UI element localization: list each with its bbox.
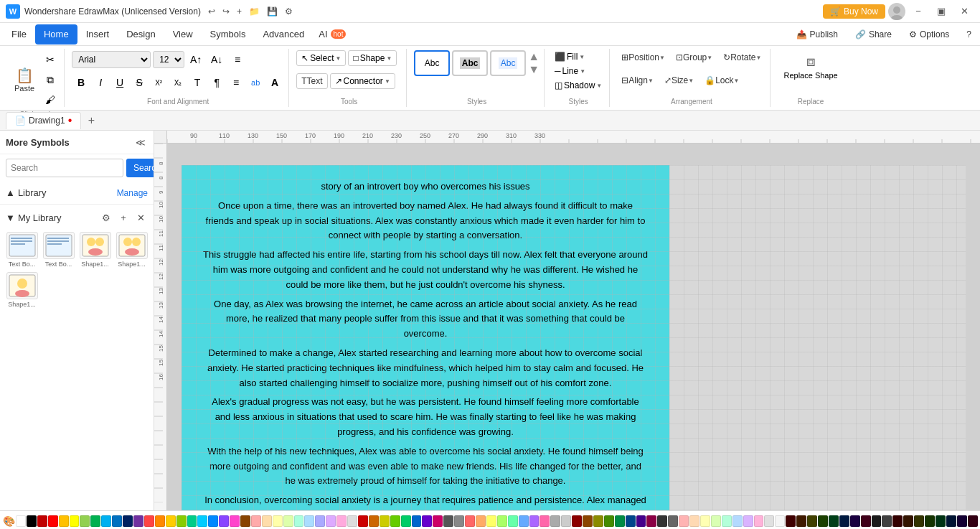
color-swatch[interactable] bbox=[497, 515, 507, 527]
color-swatch[interactable] bbox=[572, 515, 582, 527]
underline-button[interactable]: U bbox=[110, 73, 129, 92]
color-swatch[interactable] bbox=[914, 515, 924, 527]
color-swatch[interactable] bbox=[786, 515, 796, 527]
help-button[interactable]: ? bbox=[961, 27, 977, 42]
color-swatch[interactable] bbox=[722, 515, 732, 527]
color-swatch[interactable] bbox=[294, 515, 304, 527]
color-swatch[interactable] bbox=[711, 515, 721, 527]
options-button[interactable]: ⚙ Options bbox=[903, 27, 955, 42]
buy-now-button[interactable]: 🛒 Buy Now bbox=[823, 4, 885, 19]
color-swatch[interactable] bbox=[101, 515, 111, 527]
color-swatch[interactable] bbox=[401, 515, 411, 527]
maximize-button[interactable]: ▣ bbox=[931, 4, 951, 19]
color-swatch[interactable] bbox=[16, 515, 26, 527]
rotate-button[interactable]: ↻ Rotate ▼ bbox=[719, 50, 765, 65]
library-header[interactable]: ▲ Library Manage bbox=[6, 184, 148, 201]
color-swatch[interactable] bbox=[700, 515, 710, 527]
line-button[interactable]: ─ Line ▼ bbox=[552, 65, 605, 78]
color-swatch[interactable] bbox=[219, 515, 229, 527]
my-library-close-button[interactable]: ✕ bbox=[133, 210, 148, 225]
subscript-button[interactable]: X₂ bbox=[169, 73, 187, 92]
text-tool-button[interactable]: T Text bbox=[296, 73, 327, 89]
connector-dropdown[interactable]: ↗ Connector ▼ bbox=[330, 73, 395, 89]
color-swatch[interactable] bbox=[689, 515, 699, 527]
decrease-font-button[interactable]: A↓ bbox=[207, 50, 226, 69]
color-swatch[interactable] bbox=[615, 515, 625, 527]
color-swatch[interactable] bbox=[636, 515, 646, 527]
bullet-button[interactable]: ≡ bbox=[227, 73, 245, 92]
color-swatch[interactable] bbox=[968, 515, 978, 527]
lock-button[interactable]: 🔒 Lock ▼ bbox=[700, 73, 743, 88]
color-swatch[interactable] bbox=[390, 515, 400, 527]
format-button[interactable]: 🖌 bbox=[41, 90, 60, 109]
color-swatch[interactable] bbox=[775, 515, 785, 527]
color-swatch[interactable] bbox=[743, 515, 753, 527]
menu-ai[interactable]: AI hot bbox=[313, 27, 352, 42]
color-swatch[interactable] bbox=[465, 515, 475, 527]
superscript-button[interactable]: X² bbox=[149, 73, 168, 92]
shape-dropdown[interactable]: □ Shape ▼ bbox=[348, 50, 397, 66]
undo-button[interactable]: ↩ bbox=[205, 5, 218, 18]
search-input[interactable] bbox=[6, 159, 123, 177]
copy-button[interactable]: ⧉ bbox=[41, 70, 60, 89]
auto-save[interactable]: ⚙ bbox=[282, 5, 296, 18]
color-swatch[interactable] bbox=[626, 515, 636, 527]
color-swatch[interactable] bbox=[326, 515, 336, 527]
color-swatch[interactable] bbox=[112, 515, 122, 527]
increase-font-button[interactable]: A↑ bbox=[187, 50, 205, 69]
fill-button[interactable]: ⬛ Fill ▼ bbox=[552, 50, 605, 63]
list-item[interactable]: Shape1... bbox=[116, 232, 148, 268]
color-swatch[interactable] bbox=[850, 515, 860, 527]
color-swatch[interactable] bbox=[957, 515, 967, 527]
my-library-add-button[interactable]: + bbox=[116, 210, 131, 225]
add-tab-button[interactable]: + bbox=[84, 113, 98, 128]
size-button[interactable]: ⤢ Size ▼ bbox=[660, 73, 698, 88]
color-swatch[interactable] bbox=[646, 515, 656, 527]
my-library-settings-button[interactable]: ⚙ bbox=[99, 210, 113, 225]
color-swatch[interactable] bbox=[358, 515, 368, 527]
color-swatch[interactable] bbox=[304, 515, 314, 527]
color-swatch[interactable] bbox=[818, 515, 828, 527]
select-dropdown[interactable]: ↖ Select ▼ bbox=[296, 50, 346, 66]
share-button[interactable]: 🔗 Share bbox=[849, 27, 897, 42]
style-1-button[interactable]: Abc bbox=[414, 50, 450, 76]
color-swatch[interactable] bbox=[519, 515, 529, 527]
color-swatch[interactable] bbox=[336, 515, 347, 527]
menu-design[interactable]: Design bbox=[118, 24, 164, 45]
color-swatch[interactable] bbox=[347, 515, 357, 527]
strikethrough-button[interactable]: S bbox=[130, 73, 149, 92]
search-button[interactable]: Search bbox=[126, 159, 154, 177]
color-swatch[interactable] bbox=[476, 515, 486, 527]
font-color-button[interactable]: A bbox=[265, 73, 284, 92]
color-swatch[interactable] bbox=[540, 515, 550, 527]
color-swatch[interactable] bbox=[380, 515, 390, 527]
color-swatch[interactable] bbox=[657, 515, 667, 527]
replace-shape-button[interactable]: ⧈ Replace Shape bbox=[778, 50, 843, 83]
color-swatch[interactable] bbox=[59, 515, 69, 527]
color-swatch[interactable] bbox=[369, 515, 379, 527]
color-swatch[interactable] bbox=[240, 515, 250, 527]
color-swatch[interactable] bbox=[508, 515, 518, 527]
color-swatch[interactable] bbox=[882, 515, 892, 527]
menu-symbols[interactable]: Symbols bbox=[202, 24, 255, 45]
color-swatch[interactable] bbox=[732, 515, 743, 527]
color-swatch[interactable] bbox=[829, 515, 839, 527]
color-swatch[interactable] bbox=[27, 515, 37, 527]
color-swatch[interactable] bbox=[315, 515, 325, 527]
color-swatch[interactable] bbox=[839, 515, 849, 527]
paste-button[interactable]: 📋 Paste bbox=[10, 65, 39, 95]
menu-view[interactable]: View bbox=[164, 24, 202, 45]
style-2-button[interactable]: Abc bbox=[452, 50, 488, 76]
menu-insert[interactable]: Insert bbox=[77, 24, 118, 45]
color-swatch[interactable] bbox=[754, 515, 764, 527]
manage-link[interactable]: Manage bbox=[117, 188, 148, 198]
menu-file[interactable]: File bbox=[3, 24, 35, 45]
bold-button[interactable]: B bbox=[72, 73, 90, 92]
color-swatch[interactable] bbox=[454, 515, 464, 527]
color-swatch[interactable] bbox=[144, 515, 154, 527]
color-swatch[interactable] bbox=[187, 515, 197, 527]
color-swatch[interactable] bbox=[583, 515, 593, 527]
canvas-content[interactable]: story of an introvert boy who overcomes … bbox=[167, 144, 980, 510]
list-item[interactable]: Text Bo... bbox=[42, 232, 75, 268]
font-family-selector[interactable]: Arial bbox=[72, 51, 151, 68]
